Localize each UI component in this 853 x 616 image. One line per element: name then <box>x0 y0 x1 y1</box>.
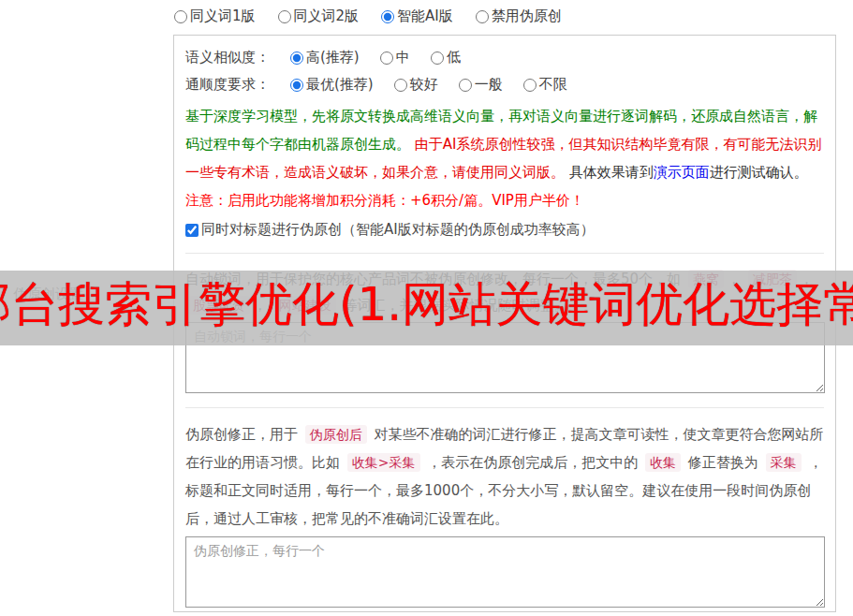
radio-smart-ai[interactable]: 智能AI版 <box>381 7 453 25</box>
radio-disable-pseudo[interactable]: 禁用伪原创 <box>476 7 562 25</box>
radio-disable-pseudo-input[interactable] <box>476 10 489 23</box>
radio-synonym-v1-input[interactable] <box>174 10 187 23</box>
radio-fluency-best[interactable]: 最优(推荐) <box>290 76 374 94</box>
radio-synonym-v1-label: 同义词1版 <box>190 7 256 25</box>
radio-synonym-v1[interactable]: 同义词1版 <box>174 7 256 25</box>
description-demo-prefix: 具体效果请到 <box>569 164 654 181</box>
pseudo-original-version-selector: 同义词1版 同义词2版 智能AI版 禁用伪原创 <box>174 7 562 25</box>
radio-fluency-normal-input[interactable] <box>459 79 472 92</box>
radio-smart-ai-label: 智能AI版 <box>397 7 453 25</box>
radio-similarity-mid-label: 中 <box>396 49 410 66</box>
semantic-similarity-row: 语义相似度： 高(推荐) 中 低 <box>185 44 824 71</box>
radio-fluency-unlimited-input[interactable] <box>523 79 537 92</box>
title-pseudo-checkbox-label: 同时对标题进行伪原创（智能AI版对标题的伪原创成功率较高） <box>201 221 595 239</box>
radio-fluency-unlimited[interactable]: 不限 <box>523 76 567 94</box>
correction-textarea[interactable] <box>185 536 825 608</box>
radio-similarity-low[interactable]: 低 <box>431 49 461 66</box>
correction-p3: ，表示在伪原创完成后，把文中的 <box>427 454 638 471</box>
section-divider-2 <box>185 407 824 408</box>
correction-tag-after: 伪原创后 <box>305 425 367 444</box>
radio-similarity-low-input[interactable] <box>431 51 444 65</box>
section-divider-1 <box>185 253 824 254</box>
correction-p4: 修正替换为 <box>688 454 758 471</box>
radio-similarity-mid-input[interactable] <box>380 51 393 65</box>
seo-overlay-banner: 部台搜索引擎优化(1.网站关键词优化选择常用的方法 <box>0 271 853 345</box>
ai-description: 基于深度学习模型，先将原文转换成高维语义向量，再对语义向量进行逐词解码，还原成自… <box>185 102 824 214</box>
radio-similarity-high-label: 高(推荐) <box>306 49 360 66</box>
radio-fluency-best-input[interactable] <box>290 79 303 92</box>
radio-synonym-v2[interactable]: 同义词2版 <box>278 7 360 25</box>
radio-smart-ai-input[interactable] <box>381 10 394 23</box>
radio-similarity-mid[interactable]: 中 <box>380 49 410 66</box>
radio-disable-pseudo-label: 禁用伪原创 <box>492 7 562 25</box>
radio-fluency-good[interactable]: 较好 <box>394 76 438 94</box>
seo-overlay-banner-text: 部台搜索引擎优化(1.网站关键词优化选择常用的方法 <box>0 275 853 333</box>
radio-fluency-normal-label: 一般 <box>475 76 503 94</box>
fluency-row: 通顺度要求： 最优(推荐) 较好 一般 不限 <box>185 71 824 98</box>
title-pseudo-checkbox[interactable] <box>185 224 199 237</box>
radio-similarity-high-input[interactable] <box>290 51 303 65</box>
demo-page-link[interactable]: 演示页面 <box>654 164 710 181</box>
points-warning-text: 注意：启用此功能将增加积分消耗：+6积分/篇。VIP用户半价！ <box>185 192 584 209</box>
radio-similarity-high[interactable]: 高(推荐) <box>290 49 360 66</box>
title-pseudo-checkbox-row: 同时对标题进行伪原创（智能AI版对标题的伪原创成功率较高） <box>185 221 824 239</box>
correction-tag-to: 采集 <box>766 453 802 472</box>
correction-tag-from: 收集 <box>645 453 681 472</box>
correction-description: 伪原创修正，用于 伪原创后 对某些不准确的词汇进行修正，提高文章可读性，使文章更… <box>185 420 824 533</box>
radio-fluency-unlimited-label: 不限 <box>539 76 567 94</box>
radio-similarity-low-label: 低 <box>447 49 461 66</box>
radio-fluency-best-label: 最优(推荐) <box>306 76 374 94</box>
semantic-similarity-label: 语义相似度： <box>185 49 270 66</box>
radio-synonym-v2-label: 同义词2版 <box>294 7 360 25</box>
radio-fluency-good-input[interactable] <box>394 79 407 92</box>
radio-synonym-v2-input[interactable] <box>278 10 291 23</box>
radio-fluency-good-label: 较好 <box>410 76 438 94</box>
correction-p1: 伪原创修正，用于 <box>185 426 298 443</box>
description-demo-suffix: 进行测试确认。 <box>710 164 808 181</box>
correction-tag-rule: 收集>采集 <box>347 453 420 472</box>
radio-fluency-normal[interactable]: 一般 <box>459 76 503 94</box>
fluency-label: 通顺度要求： <box>185 76 270 94</box>
